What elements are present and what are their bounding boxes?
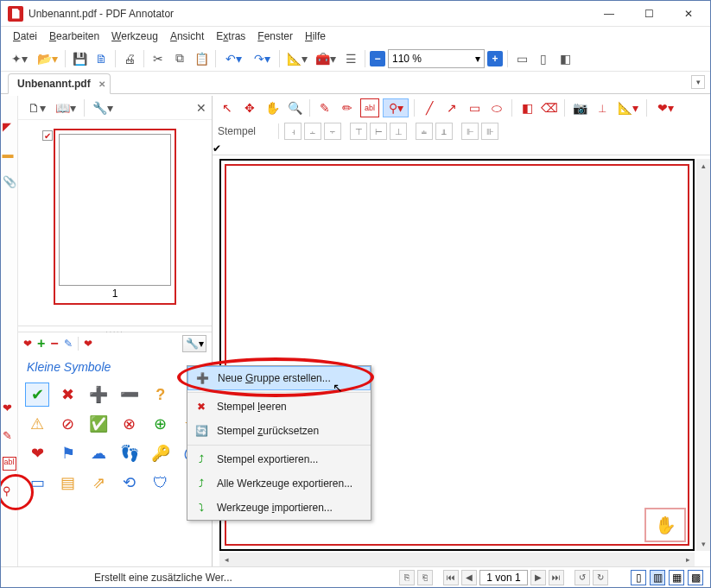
view-two-cont[interactable]: ▩ xyxy=(688,570,703,585)
menu-reset-stamps[interactable]: 🔄 Stempel zurücksetzen xyxy=(187,419,371,443)
save-as-button[interactable]: 🗎 xyxy=(92,49,111,68)
menu-datei[interactable]: Datei xyxy=(8,28,42,44)
menu-hilfe[interactable]: Hilfe xyxy=(300,28,331,44)
delete-tool[interactable]: ⌫ xyxy=(540,98,559,117)
sym-minus[interactable]: ➖ xyxy=(117,383,142,407)
sym-warn[interactable]: ⚠ xyxy=(25,412,49,436)
tab-list-dropdown[interactable]: ▾ xyxy=(691,75,705,89)
menu-extras[interactable]: Extras xyxy=(211,28,251,44)
sym-x-circle[interactable]: ⊗ xyxy=(117,412,142,436)
tool-button-1[interactable]: 📐▾ xyxy=(284,49,310,68)
view-cont[interactable]: ▥ xyxy=(650,570,665,585)
align-2[interactable]: ⫠ xyxy=(304,123,321,140)
zoom-select[interactable]: 110 %▾ xyxy=(388,49,485,68)
menu-empty-stamps[interactable]: ✖ Stempel leeren xyxy=(187,395,371,419)
align-7[interactable]: ⫨ xyxy=(416,123,433,140)
menu-fenster[interactable]: Fenster xyxy=(252,28,298,44)
view-single[interactable]: ▯ xyxy=(631,570,646,585)
crop-tool[interactable]: ⟂ xyxy=(593,98,612,117)
menu-bearbeiten[interactable]: Bearbeiten xyxy=(44,28,105,44)
nav-fwd[interactable]: ↻ xyxy=(593,570,608,585)
page-input[interactable] xyxy=(479,570,528,585)
nav-next[interactable]: ▶ xyxy=(530,570,546,585)
rail-bookmark-icon[interactable]: ◤ xyxy=(3,120,16,134)
sym-plus[interactable]: ➕ xyxy=(86,383,111,407)
sym-arrows[interactable]: ⟲ xyxy=(117,471,142,495)
rail-pen-icon[interactable]: ✎ xyxy=(3,429,16,443)
document-tab[interactable]: Unbenannt.pdf ✕ xyxy=(8,73,111,94)
sym-shield[interactable]: 🛡 xyxy=(149,471,173,495)
align-3[interactable]: ⫟ xyxy=(324,123,341,140)
sym-plus-circle[interactable]: ⊕ xyxy=(149,412,173,436)
align-8[interactable]: ⫫ xyxy=(435,123,453,140)
nav-prev[interactable]: ◀ xyxy=(461,570,477,585)
open-button[interactable]: 📂▾ xyxy=(35,49,60,68)
rail-abl-icon[interactable]: abl xyxy=(3,457,16,471)
nav-btn-ext2[interactable]: ⎗ xyxy=(417,570,433,585)
fit-width-button[interactable]: ▯ xyxy=(534,49,553,68)
save-button[interactable]: 💾 xyxy=(70,49,89,68)
panel-book-dd[interactable]: 📖▾ xyxy=(53,98,79,117)
fav-add-icon[interactable]: + xyxy=(37,336,45,351)
sym-key[interactable]: 🔑 xyxy=(149,441,173,465)
close-button[interactable]: ✕ xyxy=(669,1,708,27)
nav-btn-ext1[interactable]: ⎘ xyxy=(399,570,415,585)
copy-button[interactable]: ⧉ xyxy=(170,49,189,68)
fit-page-button[interactable]: ▭ xyxy=(512,49,531,68)
sym-steps[interactable]: 👣 xyxy=(117,441,142,465)
pen-tool[interactable]: ✎ xyxy=(315,98,334,117)
zoom-tool[interactable]: 🔍 xyxy=(285,98,304,117)
tool-button-2[interactable]: 🧰▾ xyxy=(313,49,339,68)
menu-ansicht[interactable]: Ansicht xyxy=(165,28,209,44)
print-button[interactable]: 🖨 xyxy=(120,49,139,68)
undo-button[interactable]: ↶▾ xyxy=(220,49,246,68)
thumbnail-selected[interactable]: 1 xyxy=(54,129,176,305)
rail-clip-icon[interactable]: 📎 xyxy=(3,175,16,189)
fav-heart2-icon[interactable]: ❤ xyxy=(84,338,92,350)
tab-close-icon[interactable]: ✕ xyxy=(98,79,105,89)
fullscreen-button[interactable]: ◧ xyxy=(555,49,575,68)
fav-settings-button[interactable]: 🔧▾ xyxy=(182,335,206,352)
rail-folder-icon[interactable]: ▬ xyxy=(3,148,16,161)
sym-x[interactable]: ✖ xyxy=(56,383,80,407)
menu-export-tools[interactable]: ⤴ Alle Werkzeuge exportieren... xyxy=(187,471,371,496)
menu-import-tools[interactable]: ⤵ Werkzeuge importieren... xyxy=(187,496,371,520)
vertical-scrollbar[interactable]: ▴▾ xyxy=(696,159,710,551)
fav-heart-icon[interactable]: ❤ xyxy=(23,338,32,350)
line-tool[interactable]: ╱ xyxy=(420,98,439,117)
zoom-in-button[interactable]: + xyxy=(487,51,503,66)
align-9[interactable]: ⊩ xyxy=(461,123,479,140)
sym-forbid[interactable]: ⊘ xyxy=(56,412,80,436)
eraser-tool[interactable]: ◧ xyxy=(517,98,536,117)
rect-tool[interactable]: ▭ xyxy=(465,98,484,117)
align-10[interactable]: ⊪ xyxy=(481,123,498,140)
measure-tool[interactable]: 📐▾ xyxy=(615,98,641,117)
minimize-button[interactable]: — xyxy=(589,1,629,27)
lasso-tool[interactable]: ✥ xyxy=(240,98,259,117)
sym-rss[interactable]: ▤ xyxy=(56,471,80,495)
redo-button[interactable]: ↷▾ xyxy=(249,49,275,68)
view-two[interactable]: ▦ xyxy=(669,570,684,585)
sym-cloud[interactable]: ☁ xyxy=(86,441,111,465)
confirm-button[interactable]: ✔ xyxy=(213,142,710,155)
pan-tool[interactable]: ✋ xyxy=(263,98,282,117)
panel-splitter[interactable]: ..... xyxy=(18,326,212,332)
sym-check[interactable]: ✔ xyxy=(25,383,49,407)
sym-book[interactable]: ▭ xyxy=(25,471,49,495)
horizontal-scrollbar[interactable]: ◂▸ xyxy=(219,553,695,566)
nav-back[interactable]: ↺ xyxy=(575,570,590,585)
rail-heart-icon[interactable]: ❤ xyxy=(3,401,16,415)
menu-export-stamps[interactable]: ⤴ Stempel exportieren... xyxy=(187,447,371,471)
rail-stamp-icon[interactable]: ⚲ xyxy=(3,484,16,498)
sym-heart[interactable]: ❤ xyxy=(25,441,49,465)
new-button[interactable]: ✦▾ xyxy=(6,49,32,68)
fav-remove-icon[interactable]: − xyxy=(50,336,58,351)
tool-button-3[interactable]: ☰ xyxy=(341,49,360,68)
align-4[interactable]: ⊤ xyxy=(350,123,367,140)
cut-button[interactable]: ✂ xyxy=(149,49,168,68)
marker-tool[interactable]: ✏ xyxy=(338,98,357,117)
panel-close-button[interactable]: ✕ xyxy=(196,101,206,115)
ellipse-tool[interactable]: ⬭ xyxy=(487,98,506,117)
text-tool[interactable]: abl xyxy=(360,98,379,117)
thumbnail-checkbox[interactable]: ✔ xyxy=(42,130,53,141)
